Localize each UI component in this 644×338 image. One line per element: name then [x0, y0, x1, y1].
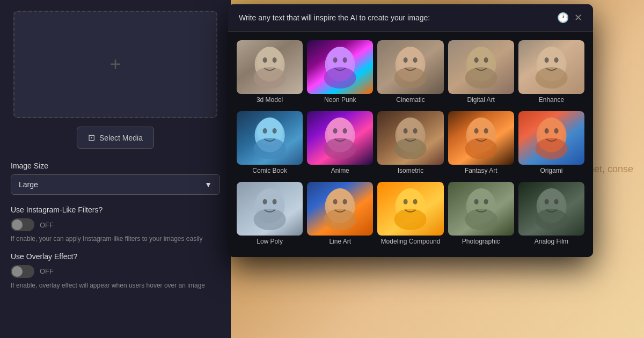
- overlay-effect-label: Use Overlay Effect?: [11, 252, 220, 261]
- svg-point-58: [333, 199, 338, 204]
- image-size-section: Image Size Large ▼: [11, 161, 220, 195]
- toggle-knob: [12, 219, 23, 230]
- overlay-effect-toggle[interactable]: [11, 265, 34, 278]
- style-image-line-art: [307, 182, 373, 236]
- style-image-comic-book: [237, 111, 303, 165]
- svg-point-3: [263, 57, 267, 63]
- image-size-label: Image Size: [11, 161, 220, 170]
- svg-point-44: [484, 128, 488, 134]
- style-item-anime[interactable]: Anime: [307, 111, 373, 178]
- style-label-analog-film: Analog Film: [533, 236, 569, 248]
- svg-point-14: [413, 57, 418, 63]
- style-illustration-photographic: [448, 182, 514, 236]
- modal-overlay: Write any text that will inspire the AI …: [228, 0, 598, 338]
- style-item-modeling-compound[interactable]: Modeling Compound: [377, 182, 443, 248]
- modal-body: 3d Model Neon Punk Cinematic Digital Art: [228, 32, 593, 257]
- svg-point-28: [263, 128, 267, 134]
- instagram-filter-section: Use Instagram-Like Filters? OFF If enabl…: [11, 205, 220, 244]
- style-image-modeling-compound: [377, 182, 443, 236]
- svg-point-33: [333, 128, 338, 134]
- style-image-analog-film: [518, 182, 584, 236]
- svg-point-63: [404, 199, 408, 204]
- style-image-cinematic: [377, 40, 443, 94]
- style-illustration-isometric: [377, 111, 443, 165]
- style-illustration-fantasy-art: [448, 111, 514, 165]
- style-label-3d-model: 3d Model: [255, 94, 284, 107]
- style-illustration-line-art: [307, 182, 373, 236]
- svg-point-39: [413, 128, 418, 134]
- instagram-filter-toggle[interactable]: [11, 218, 34, 231]
- style-illustration-analog-film: [518, 182, 584, 236]
- svg-point-8: [333, 57, 338, 63]
- style-label-line-art: Line Art: [328, 236, 352, 248]
- style-label-cinematic: Cinematic: [395, 94, 426, 107]
- style-image-low-poly: [237, 182, 303, 236]
- style-illustration-origami: [518, 111, 584, 165]
- overlay-effect-state: OFF: [40, 267, 54, 275]
- svg-point-68: [474, 199, 478, 204]
- svg-point-23: [544, 57, 548, 63]
- svg-point-48: [544, 128, 548, 134]
- style-selection-modal: Write any text that will inspire the AI …: [228, 4, 593, 257]
- style-item-photographic[interactable]: Photographic: [448, 182, 514, 248]
- svg-point-53: [263, 199, 267, 204]
- plus-icon: +: [109, 53, 121, 76]
- style-illustration-anime: [307, 111, 373, 165]
- instagram-filter-hint: If enable, your can apply Instagram-like…: [11, 234, 220, 244]
- style-item-3d-model[interactable]: 3d Model: [237, 40, 303, 107]
- style-item-origami[interactable]: Origami: [518, 111, 584, 178]
- chevron-down-icon: ▼: [204, 180, 212, 189]
- style-item-digital-art[interactable]: Digital Art: [448, 40, 514, 107]
- sidebar: + ⊡ Select Media Image Size Large ▼ Use …: [0, 0, 231, 338]
- history-button[interactable]: 🕐: [557, 12, 569, 24]
- overlay-effect-hint: If enable, overlay effect will appear wh…: [11, 281, 220, 290]
- style-item-enhance[interactable]: Enhance: [518, 40, 584, 107]
- style-image-3d-model: [237, 40, 303, 94]
- style-grid: 3d Model Neon Punk Cinematic Digital Art: [237, 40, 584, 248]
- style-item-line-art[interactable]: Line Art: [307, 182, 373, 248]
- svg-point-24: [554, 57, 558, 63]
- image-size-dropdown[interactable]: Large ▼: [11, 174, 220, 195]
- style-image-neon-punk: [307, 40, 373, 94]
- upload-area[interactable]: +: [13, 11, 217, 118]
- modal-header: Write any text that will inspire the AI …: [228, 4, 593, 32]
- style-item-analog-film[interactable]: Analog Film: [518, 182, 584, 248]
- style-label-photographic: Photographic: [461, 236, 501, 248]
- style-item-cinematic[interactable]: Cinematic: [377, 40, 443, 107]
- style-item-isometric[interactable]: Isometric: [377, 111, 443, 178]
- instagram-filter-state: OFF: [40, 221, 54, 229]
- svg-point-29: [273, 128, 277, 134]
- svg-point-54: [273, 199, 277, 204]
- style-item-comic-book[interactable]: Comic Book: [237, 111, 303, 178]
- toggle-knob-2: [12, 266, 23, 277]
- select-media-button[interactable]: ⊡ Select Media: [77, 127, 154, 149]
- style-illustration-digital-art: [448, 40, 514, 94]
- style-label-anime: Anime: [330, 165, 350, 178]
- style-label-low-poly: Low Poly: [255, 236, 284, 248]
- svg-point-4: [273, 57, 277, 63]
- svg-point-18: [474, 57, 478, 63]
- style-label-enhance: Enhance: [538, 94, 565, 107]
- overlay-effect-section: Use Overlay Effect? OFF If enable, overl…: [11, 252, 220, 290]
- style-item-fantasy-art[interactable]: Fantasy Art: [448, 111, 514, 178]
- style-label-fantasy-art: Fantasy Art: [464, 165, 499, 178]
- svg-point-43: [474, 128, 478, 134]
- style-label-comic-book: Comic Book: [251, 165, 288, 178]
- instagram-filter-label: Use Instagram-Like Filters?: [11, 205, 220, 214]
- style-illustration-enhance: [518, 40, 584, 94]
- style-image-enhance: [518, 40, 584, 94]
- style-image-fantasy-art: [448, 111, 514, 165]
- style-illustration-cinematic: [377, 40, 443, 94]
- svg-point-34: [343, 128, 347, 134]
- style-label-digital-art: Digital Art: [466, 94, 496, 107]
- style-item-neon-punk[interactable]: Neon Punk: [307, 40, 373, 107]
- svg-point-19: [484, 57, 488, 63]
- style-illustration-modeling-compound: [377, 182, 443, 236]
- style-item-low-poly[interactable]: Low Poly: [237, 182, 303, 248]
- close-button[interactable]: ✕: [574, 13, 582, 23]
- style-image-origami: [518, 111, 584, 165]
- style-illustration-3d-model: [237, 40, 303, 94]
- style-label-isometric: Isometric: [397, 165, 425, 178]
- svg-point-59: [343, 199, 347, 204]
- style-label-neon-punk: Neon Punk: [323, 94, 357, 107]
